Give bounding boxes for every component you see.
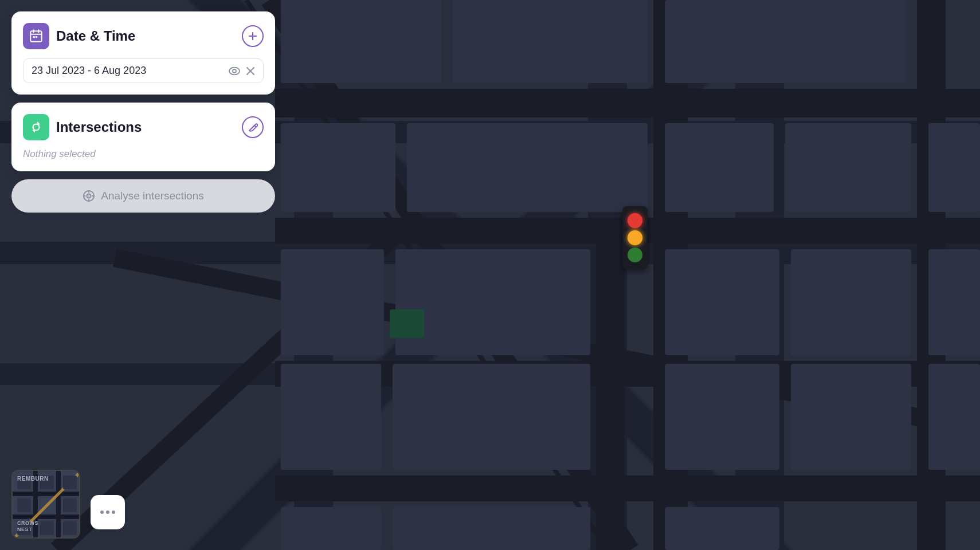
- svg-rect-16: [665, 123, 774, 212]
- intersections-edit-button[interactable]: [242, 116, 264, 138]
- svg-rect-63: [63, 498, 77, 512]
- svg-point-42: [233, 69, 236, 73]
- svg-rect-7: [275, 89, 980, 117]
- svg-rect-37: [33, 36, 35, 38]
- traffic-light-yellow: [628, 230, 642, 245]
- svg-rect-25: [393, 364, 590, 470]
- svg-point-48: [88, 195, 89, 197]
- intersections-card: Intersections Nothing selected: [11, 103, 275, 171]
- date-range-text: 23 Jul 2023 - 6 Aug 2023: [32, 65, 224, 77]
- map-thumbnail[interactable]: REMBURN CROWSNEST: [11, 470, 80, 539]
- date-time-add-button[interactable]: [242, 25, 264, 47]
- map-thumbnail-image: REMBURN CROWSNEST: [13, 471, 79, 537]
- svg-rect-65: [40, 521, 54, 535]
- svg-rect-14: [281, 123, 395, 212]
- intersections-icon: [23, 114, 49, 140]
- svg-rect-23: [928, 249, 980, 355]
- date-range-actions: [229, 66, 255, 76]
- svg-rect-30: [393, 507, 590, 550]
- svg-rect-12: [453, 0, 648, 83]
- svg-rect-18: [928, 123, 980, 212]
- thumbnail-label-crows-nest: CROWSNEST: [17, 520, 38, 533]
- date-range-row[interactable]: 23 Jul 2023 - 6 Aug 2023: [23, 58, 264, 83]
- analyse-intersections-button[interactable]: Analyse intersections: [11, 179, 275, 213]
- date-range-remove-button[interactable]: [246, 66, 255, 76]
- date-range-visibility-button[interactable]: [229, 67, 240, 75]
- svg-rect-24: [281, 364, 381, 470]
- svg-rect-29: [281, 507, 381, 550]
- svg-rect-32: [390, 309, 424, 338]
- traffic-light-green: [628, 247, 642, 262]
- svg-rect-11: [281, 0, 441, 83]
- dot-1: [100, 510, 104, 514]
- intersections-title: Intersections: [56, 119, 235, 135]
- svg-rect-19: [281, 249, 384, 355]
- svg-rect-13: [665, 0, 905, 83]
- svg-rect-61: [63, 476, 77, 489]
- date-time-card-header: Date & Time: [23, 23, 264, 49]
- svg-point-41: [229, 67, 240, 74]
- svg-rect-27: [791, 364, 911, 470]
- svg-rect-15: [407, 123, 648, 212]
- dot-3: [112, 510, 115, 514]
- svg-rect-26: [665, 364, 779, 470]
- svg-rect-10: [275, 476, 980, 501]
- svg-rect-6: [596, 229, 625, 550]
- svg-rect-17: [785, 123, 911, 212]
- analyse-button-label: Analyse intersections: [101, 190, 204, 202]
- intersections-card-header: Intersections: [23, 114, 264, 140]
- date-time-title: Date & Time: [56, 28, 235, 44]
- traffic-light-red: [628, 213, 642, 228]
- svg-rect-31: [665, 507, 779, 550]
- more-options-button[interactable]: [91, 495, 125, 529]
- date-time-icon: [23, 23, 49, 49]
- svg-rect-66: [63, 521, 77, 535]
- svg-rect-28: [928, 364, 980, 470]
- traffic-light: [622, 206, 648, 269]
- svg-rect-22: [791, 249, 911, 355]
- svg-rect-20: [395, 249, 590, 355]
- svg-rect-38: [36, 36, 37, 38]
- svg-line-45: [254, 125, 256, 127]
- nothing-selected-text: Nothing selected: [23, 148, 264, 160]
- dot-2: [106, 510, 109, 514]
- thumbnail-label-remburn: REMBURN: [17, 476, 49, 482]
- date-time-card: Date & Time 23 Jul 2023 - 6 Aug 2023: [11, 11, 275, 95]
- svg-rect-62: [17, 498, 31, 512]
- sidebar-panel: Date & Time 23 Jul 2023 - 6 Aug 2023: [11, 11, 275, 213]
- svg-rect-21: [665, 249, 779, 355]
